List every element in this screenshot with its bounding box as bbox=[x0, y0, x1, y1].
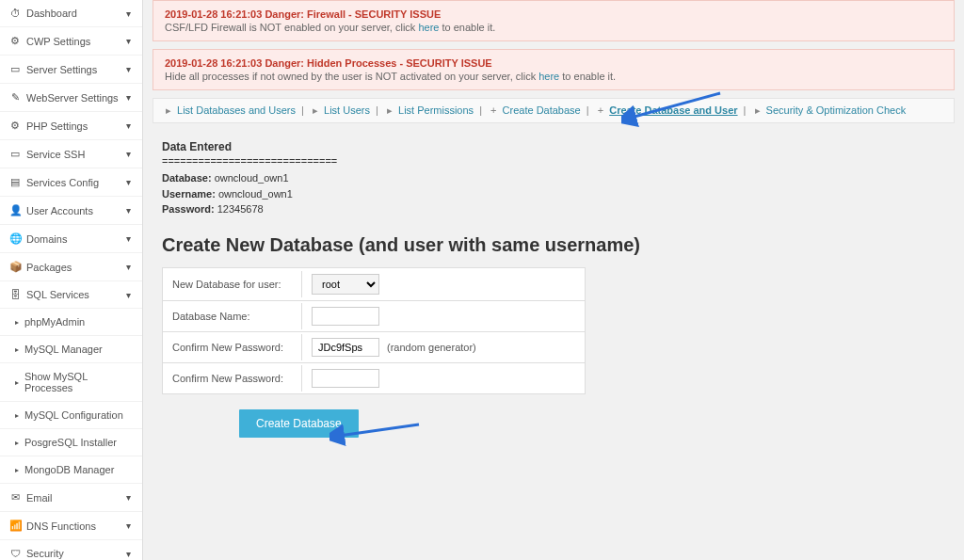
page-heading: Create New Database (and user with same … bbox=[162, 234, 945, 256]
alert-title: 2019-01-28 16:21:03 Danger: Hidden Proce… bbox=[165, 57, 942, 69]
sidebar-item-label: Server Settings bbox=[26, 64, 97, 75]
sidebar-item-label: Packages bbox=[26, 262, 72, 273]
breadcrumb: ▸ List Databases and Users | ▸ List User… bbox=[153, 98, 955, 123]
input-dbname[interactable] bbox=[312, 307, 379, 326]
sidebar-item-label: User Accounts bbox=[26, 205, 93, 216]
chevron-down-icon: ▾ bbox=[126, 177, 131, 187]
menu-icon: ▤ bbox=[9, 176, 21, 188]
info-database: Database: owncloud_own1 bbox=[162, 170, 945, 186]
submenu-item-posgresql-installer[interactable]: PosgreSQL Installer bbox=[0, 429, 142, 456]
submenu-item-mongodb-manager[interactable]: MongoDB Manager bbox=[0, 456, 142, 484]
sidebar: ⏱Dashboard▾⚙CWP Settings▾▭Server Setting… bbox=[0, 0, 143, 560]
sidebar-item-cwp-settings[interactable]: ⚙CWP Settings▾ bbox=[0, 27, 142, 56]
sidebar-item-php-settings[interactable]: ⚙PHP Settings▾ bbox=[0, 112, 142, 140]
sidebar-item-label: CWP Settings bbox=[26, 36, 90, 47]
chevron-down-icon: ▾ bbox=[126, 262, 131, 272]
chevron-down-icon: ▾ bbox=[126, 64, 131, 74]
menu-icon: 📦 bbox=[9, 261, 21, 273]
menu-icon: ⏱ bbox=[9, 8, 21, 19]
menu-icon: 👤 bbox=[9, 204, 21, 216]
sidebar-item-dashboard[interactable]: ⏱Dashboard▾ bbox=[0, 0, 142, 27]
submenu-item-show-mysql-processes[interactable]: Show MySQL Processes bbox=[0, 363, 142, 402]
divider: ============================= bbox=[162, 155, 945, 167]
sidebar-item-security[interactable]: 🛡Security▾ bbox=[0, 540, 142, 560]
sidebar-item-webserver-settings[interactable]: ✎WebServer Settings▾ bbox=[0, 84, 142, 112]
menu-icon: ✎ bbox=[9, 91, 21, 104]
select-user[interactable]: root bbox=[312, 274, 379, 295]
menu-icon: ▭ bbox=[9, 63, 21, 75]
sidebar-item-packages[interactable]: 📦Packages▾ bbox=[0, 253, 142, 281]
alert-link[interactable]: here bbox=[538, 71, 559, 82]
chevron-down-icon: ▾ bbox=[126, 549, 131, 559]
menu-icon: ⚙ bbox=[9, 120, 21, 132]
sidebar-item-service-ssh[interactable]: ▭Service SSH▾ bbox=[0, 140, 142, 168]
create-db-form: New Database for user: root Database Nam… bbox=[162, 267, 586, 394]
menu-icon: ✉ bbox=[9, 491, 21, 504]
hint-random: (random generator) bbox=[387, 342, 476, 353]
submenu-item-mysql-manager[interactable]: MySQL Manager bbox=[0, 336, 142, 363]
sidebar-item-label: WebServer Settings bbox=[26, 92, 119, 104]
sidebar-item-label: Dashboard bbox=[26, 8, 77, 19]
sidebar-item-label: SQL Services bbox=[26, 289, 89, 300]
breadcrumb-security-optimization-check[interactable]: Security & Optimization Check bbox=[766, 104, 907, 116]
sidebar-item-label: DNS Functions bbox=[26, 520, 96, 532]
sidebar-item-server-settings[interactable]: ▭Server Settings▾ bbox=[0, 56, 142, 84]
info-password: Password: 12345678 bbox=[162, 201, 945, 217]
label-user: New Database for user: bbox=[163, 271, 302, 297]
sidebar-item-dns-functions[interactable]: 📶DNS Functions▾ bbox=[0, 512, 142, 540]
breadcrumb-list-permissions[interactable]: List Permissions bbox=[398, 104, 474, 116]
create-database-button[interactable]: Create Database bbox=[239, 409, 359, 438]
chevron-down-icon: ▾ bbox=[126, 205, 131, 216]
sidebar-item-user-accounts[interactable]: 👤User Accounts▾ bbox=[0, 197, 142, 225]
section-title: Data Entered bbox=[162, 140, 945, 153]
chevron-down-icon: ▾ bbox=[126, 492, 131, 503]
sidebar-item-label: Domains bbox=[26, 233, 67, 245]
sidebar-item-services-config[interactable]: ▤Services Config▾ bbox=[0, 168, 142, 197]
menu-icon: 🌐 bbox=[9, 232, 21, 245]
alert-title: 2019-01-28 16:21:03 Danger: Firewall - S… bbox=[165, 8, 942, 20]
chevron-down-icon: ▾ bbox=[126, 520, 131, 531]
chevron-down-icon: ▾ bbox=[126, 36, 131, 46]
sidebar-item-sql-services[interactable]: 🗄SQL Services▾ bbox=[0, 281, 142, 309]
alert-text: CSF/LFD Firewall is NOT enabled on your … bbox=[165, 22, 942, 33]
chevron-down-icon: ▾ bbox=[126, 290, 131, 300]
label-dbname: Database Name: bbox=[163, 303, 302, 329]
submenu-item-mysql-configuration[interactable]: MySQL Configuration bbox=[0, 402, 142, 429]
label-password1: Confirm New Password: bbox=[163, 334, 302, 360]
chevron-down-icon: ▾ bbox=[126, 8, 131, 19]
menu-icon: ⚙ bbox=[9, 35, 21, 47]
info-username: Username: owncloud_own1 bbox=[162, 186, 945, 202]
sidebar-item-label: Security bbox=[26, 548, 64, 559]
sidebar-item-label: PHP Settings bbox=[26, 120, 88, 132]
chevron-down-icon: ▾ bbox=[126, 149, 131, 159]
input-password1[interactable] bbox=[312, 338, 379, 357]
menu-icon: ▭ bbox=[9, 148, 21, 160]
alert-text: Hide all processes if not owned by the u… bbox=[165, 71, 942, 82]
label-password2: Confirm New Password: bbox=[163, 365, 302, 392]
sidebar-item-email[interactable]: ✉Email▾ bbox=[0, 484, 142, 512]
sidebar-item-label: Service SSH bbox=[26, 149, 85, 160]
chevron-down-icon: ▾ bbox=[126, 92, 131, 103]
alert-link[interactable]: here bbox=[418, 22, 439, 33]
menu-icon: 📶 bbox=[9, 520, 21, 532]
sidebar-item-label: Services Config bbox=[26, 177, 99, 188]
chevron-down-icon: ▾ bbox=[126, 120, 131, 131]
alert-hidden-processes: 2019-01-28 16:21:03 Danger: Hidden Proce… bbox=[153, 49, 955, 90]
breadcrumb-list-databases-and-users[interactable]: List Databases and Users bbox=[177, 104, 296, 116]
alert-firewall: 2019-01-28 16:21:03 Danger: Firewall - S… bbox=[153, 0, 955, 41]
breadcrumb-create-database[interactable]: Create Database bbox=[503, 104, 581, 116]
sidebar-item-label: Email bbox=[26, 492, 53, 504]
breadcrumb-create-database-and-user[interactable]: Create Database and User bbox=[609, 104, 737, 116]
breadcrumb-list-users[interactable]: List Users bbox=[324, 104, 370, 116]
sidebar-item-domains[interactable]: 🌐Domains▾ bbox=[0, 225, 142, 253]
submenu-item-phpmyadmin[interactable]: phpMyAdmin bbox=[0, 309, 142, 336]
chevron-down-icon: ▾ bbox=[126, 233, 131, 244]
main-content: 2019-01-28 16:21:03 Danger: Firewall - S… bbox=[143, 0, 964, 560]
menu-icon: 🗄 bbox=[9, 289, 21, 300]
input-password2[interactable] bbox=[312, 369, 379, 388]
menu-icon: 🛡 bbox=[9, 548, 21, 559]
